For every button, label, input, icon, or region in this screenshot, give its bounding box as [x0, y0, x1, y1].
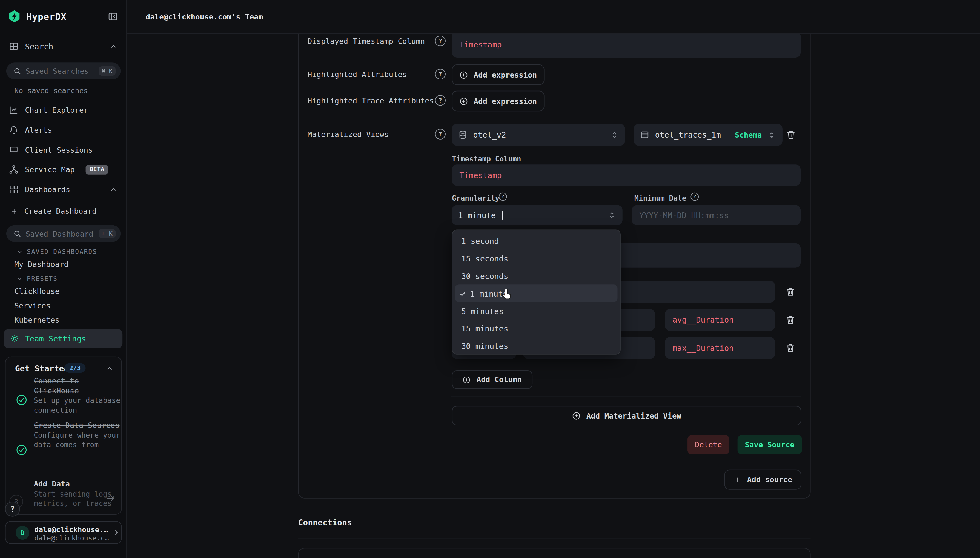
delete-button[interactable]: Delete [687, 435, 730, 454]
help-circle-icon[interactable]: ? [499, 193, 507, 201]
get-started-step-1[interactable]: Connect to ClickHouse Set up your databa… [34, 377, 122, 415]
chevron-up-icon [109, 185, 118, 194]
user-menu[interactable]: D dale@clickhouse.… dale@clickhouse.c… [5, 521, 122, 544]
materialized-views-label: Materialized Views [308, 130, 389, 139]
sidebar-item-service-map[interactable]: Service Map BETA [0, 160, 126, 179]
sidebar-item-alerts[interactable]: Alerts [0, 121, 126, 139]
saved-dashboards-section-header[interactable]: SAVED DASHBOARDS [16, 248, 97, 255]
help-button[interactable]: ? [5, 502, 20, 517]
column-expression-input[interactable] [665, 337, 775, 359]
get-started-title: Get Started [15, 364, 69, 373]
hyperdx-app: HyperDX Search Saved Searches ⌘ K No sav… [0, 0, 980, 558]
minimum-date-label: Minimum Date [634, 194, 686, 202]
topbar: dale@clickhouse.com's Team [126, 0, 980, 34]
displayed-timestamp-input[interactable] [452, 31, 801, 57]
sidebar-item-client-sessions[interactable]: Client Sessions [0, 141, 126, 159]
save-source-button[interactable]: Save Source [738, 435, 802, 454]
granularity-combobox[interactable]: 1 minute [452, 205, 623, 225]
get-started-step-2[interactable]: Create Data Sources Configure where your… [34, 421, 122, 450]
chevron-down-icon [16, 275, 23, 282]
plus-circle-icon [463, 376, 471, 384]
dropdown-option[interactable]: 30 minutes [453, 337, 620, 354]
dropdown-option[interactable]: 5 minutes [453, 302, 620, 320]
unfold-icon [767, 130, 776, 139]
delete-column-icon[interactable] [785, 286, 796, 297]
dropdown-option[interactable]: 1 second [453, 232, 620, 249]
sidebar-item-my-dashboard[interactable]: My Dashboard [14, 260, 69, 269]
add-source-button[interactable]: Add source [725, 470, 802, 490]
sidebar-item-dashboards[interactable]: Dashboards [0, 180, 126, 199]
delete-column-icon[interactable] [785, 315, 796, 325]
add-expression-button[interactable]: Add expression [452, 64, 545, 85]
dropdown-option[interactable]: 15 minutes [453, 320, 620, 337]
dashboards-icon [9, 184, 19, 195]
help-circle-icon[interactable]: ? [435, 36, 446, 46]
add-materialized-view-button[interactable]: Add Materialized View [452, 406, 802, 425]
sidebar-item-kubernetes[interactable]: Kubernetes [14, 316, 59, 325]
table-select[interactable]: otel_traces_1m Schema [634, 124, 782, 146]
sidebar-item-services[interactable]: Services [14, 302, 51, 310]
help-circle-icon[interactable]: ? [435, 95, 446, 106]
bell-icon [9, 125, 19, 135]
plus-circle-icon [572, 411, 581, 420]
user-email: dale@clickhouse.c… [34, 534, 109, 542]
help-circle-icon[interactable]: ? [690, 193, 699, 201]
add-column-button[interactable]: Add Column [452, 370, 532, 389]
highlighted-attributes-label: Highlighted Attributes [308, 70, 407, 79]
check-circle-icon [16, 444, 28, 456]
sidebar-item-clickhouse[interactable]: ClickHouse [14, 287, 59, 296]
sidebar: HyperDX Search Saved Searches ⌘ K No sav… [0, 0, 127, 558]
magnifier-icon [13, 67, 21, 75]
saved-dashboards-input[interactable]: Saved Dashboards ⌘ K [6, 225, 121, 242]
laptop-icon [9, 145, 19, 155]
minimum-date-input[interactable] [632, 205, 801, 225]
beta-badge: BETA [86, 165, 108, 174]
divider [308, 61, 802, 61]
check-circle-icon [16, 394, 28, 406]
magnifier-icon [13, 230, 21, 238]
help-circle-icon[interactable]: ? [435, 69, 446, 79]
sidebar-section-search[interactable]: Search [0, 37, 126, 56]
plus-circle-icon [459, 71, 468, 79]
dropdown-option-selected[interactable]: 1 minute [455, 284, 617, 302]
help-circle-icon[interactable]: ? [435, 129, 446, 140]
service-map-icon [9, 164, 19, 175]
collapse-sidebar-icon[interactable] [107, 11, 118, 22]
presets-section-header[interactable]: PRESETS [16, 275, 57, 282]
highlighted-trace-attributes-label: Highlighted Trace Attributes [308, 96, 434, 105]
schema-link[interactable]: Schema [735, 130, 762, 139]
gear-icon [10, 334, 20, 343]
delete-materialized-view-icon[interactable] [785, 130, 796, 140]
delete-column-icon[interactable] [785, 343, 796, 353]
get-started-card: Get Started 2/3 Connect to ClickHouse Se… [5, 356, 122, 515]
brand-name: HyperDX [26, 12, 67, 22]
plus-icon [733, 476, 742, 484]
granularity-dropdown: 1 second 15 seconds 30 seconds 1 minute … [452, 230, 621, 354]
sidebar-item-chart-explorer[interactable]: Chart Explorer [0, 100, 126, 119]
text-caret [502, 211, 503, 220]
page-title: dale@clickhouse.com's Team [146, 0, 263, 33]
sidebar-item-team-settings[interactable]: Team Settings [4, 329, 123, 348]
saved-searches-input[interactable]: Saved Searches ⌘ K [6, 62, 121, 79]
chart-icon [9, 105, 19, 115]
team-settings-label: Team Settings [25, 334, 86, 343]
mouse-cursor [501, 288, 514, 303]
search-table-icon [9, 41, 19, 51]
column-expression-input[interactable] [665, 309, 775, 331]
chevron-up-icon [109, 42, 118, 51]
unfold-icon [610, 130, 619, 139]
check-icon [459, 289, 467, 297]
table-icon [640, 130, 650, 140]
create-dashboard-button[interactable]: Create Dashboard [0, 202, 126, 221]
chevron-down-icon [16, 248, 23, 255]
timestamp-column-input[interactable] [452, 164, 801, 186]
arrow-right-icon [106, 493, 116, 504]
dropdown-option[interactable]: 15 seconds [453, 249, 620, 267]
plus-circle-icon [459, 97, 468, 105]
chevron-up-icon[interactable] [106, 364, 114, 373]
add-expression-button[interactable]: Add expression [452, 91, 545, 111]
connections-panel [298, 548, 810, 558]
view-select[interactable]: otel_v2 [452, 124, 625, 146]
shortcut-badge: ⌘ K [98, 66, 116, 75]
dropdown-option[interactable]: 30 seconds [453, 267, 620, 284]
